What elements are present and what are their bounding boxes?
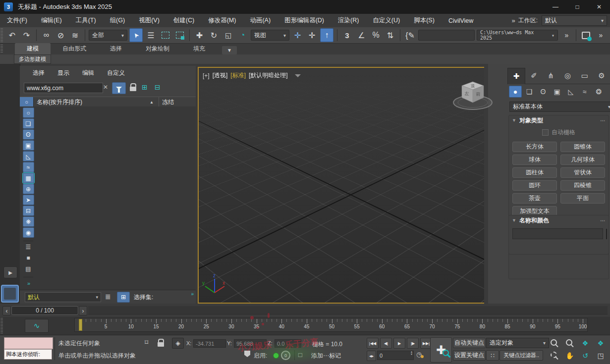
select-by-name-button[interactable]: ☰ bbox=[145, 29, 157, 42]
display-groups-toggle[interactable]: ▦ bbox=[23, 173, 34, 183]
x-coord-field[interactable]: -34.731 bbox=[193, 339, 226, 348]
window-crossing-toggle[interactable] bbox=[173, 29, 186, 42]
zoom-all-button[interactable] bbox=[562, 337, 577, 349]
select-and-manipulate-button[interactable]: ✛ bbox=[306, 29, 318, 42]
category-cameras[interactable]: ▣ bbox=[551, 86, 563, 98]
project-folder-dropdown[interactable]: C:\Users\ww⋯ds Max 2025 bbox=[477, 30, 558, 41]
orbit-button[interactable]: ↺ bbox=[578, 350, 593, 362]
viewport-style-label[interactable]: [标准] bbox=[230, 71, 246, 80]
macro-recorder-pane[interactable] bbox=[4, 337, 53, 349]
column-icon-header[interactable]: ○ bbox=[20, 97, 34, 107]
ribbon-subtab-polygon-modeling[interactable]: 多边形建模 bbox=[14, 54, 51, 64]
menu-overflow-chevron[interactable]: » bbox=[511, 17, 514, 24]
set-keys-button[interactable]: ✚ bbox=[430, 337, 452, 363]
explorer-list-view-button[interactable]: ☰ bbox=[23, 242, 34, 252]
maximize-button[interactable]: □ bbox=[566, 0, 588, 14]
explorer-side-overflow-chevron[interactable]: » bbox=[23, 278, 34, 288]
category-spacewarps[interactable]: ≈ bbox=[578, 86, 591, 98]
menu-file[interactable]: 文件(F) bbox=[0, 14, 34, 27]
category-helpers[interactable]: ◺ bbox=[564, 86, 577, 98]
ribbon-tab-dropdown[interactable]: ▼ bbox=[222, 46, 237, 54]
category-shapes[interactable]: ❏ bbox=[523, 86, 536, 98]
display-spacewarps-toggle[interactable]: ≈ bbox=[23, 162, 34, 172]
explorer-menu-customize[interactable]: 自定义 bbox=[101, 69, 131, 77]
menu-customize[interactable]: 自定义(U) bbox=[366, 14, 407, 27]
autogrid-checkbox[interactable] bbox=[542, 129, 549, 136]
toolbar-overflow-chevron[interactable]: » bbox=[560, 29, 572, 42]
key-filters-button[interactable]: 关键点过滤器.. bbox=[499, 350, 543, 361]
display-containers-toggle[interactable]: ⊟ bbox=[23, 206, 34, 216]
workspace-dropdown[interactable]: 默认 bbox=[542, 15, 607, 26]
pan-view-button[interactable]: ✋ bbox=[562, 350, 577, 362]
menu-graph-editors[interactable]: 图形编辑器(D) bbox=[277, 14, 331, 27]
ribbon-tab-modeling[interactable]: 建模 bbox=[15, 43, 51, 54]
select-and-link-button[interactable]: ∞ bbox=[40, 29, 53, 42]
viewport-shading-label[interactable]: [默认明暗处理] bbox=[249, 71, 288, 80]
adaptive-degradation-shield-icon[interactable] bbox=[244, 351, 250, 357]
unlink-selection-button[interactable]: ⊘ bbox=[55, 29, 67, 42]
spinner-snap-button[interactable]: ⇅ bbox=[384, 29, 396, 42]
sort-ascending-icon[interactable]: ▲ bbox=[150, 100, 156, 104]
button-box[interactable]: 长方体 bbox=[512, 142, 557, 152]
maxscript-mini-listener[interactable]: 脚本迷你侦听: bbox=[4, 349, 52, 360]
explorer-list-area[interactable]: ○❏ʘ▣◺≈▦⊕➤⊟❋◉☰■▤» bbox=[20, 106, 196, 290]
isolate-selection-icon[interactable]: □ bbox=[298, 351, 302, 359]
selection-lock-toggle[interactable] bbox=[158, 339, 164, 347]
frame-spinner[interactable]: ▴▾ bbox=[411, 351, 412, 356]
display-lights-toggle[interactable]: ʘ bbox=[23, 129, 34, 140]
explorer-menu-display[interactable]: 显示 bbox=[52, 69, 75, 77]
menu-modifiers[interactable]: 修改器(M) bbox=[201, 14, 243, 27]
explorer-menu-select[interactable]: 选择 bbox=[27, 69, 51, 77]
layers-icon[interactable]: ≣ bbox=[105, 293, 111, 301]
zoom-extents-all-button[interactable]: ❖ bbox=[593, 337, 608, 349]
edit-named-selection-sets-button[interactable]: {✎ bbox=[404, 29, 416, 42]
minimize-button[interactable]: — bbox=[545, 0, 566, 14]
ribbon-grip[interactable] bbox=[0, 45, 3, 53]
degradation-level-indicator[interactable]: 0 bbox=[281, 351, 290, 360]
viewport-menu-plus[interactable]: [+] bbox=[203, 72, 210, 79]
bind-to-spacewarp-button[interactable]: ≋ bbox=[69, 29, 81, 42]
zoom-extents-selected-button[interactable]: ❖ bbox=[578, 337, 593, 349]
time-configuration-button[interactable]: ◷ bbox=[416, 351, 422, 358]
lock-explorer-icon[interactable] bbox=[130, 83, 136, 91]
ref-coord-dropdown[interactable]: 视图 bbox=[251, 30, 289, 41]
button-cylinder[interactable]: 圆柱体 bbox=[512, 167, 557, 178]
tab-motion[interactable]: ◎ bbox=[559, 68, 576, 84]
docked-panel-thumbnail[interactable] bbox=[1, 285, 19, 303]
time-slider-track[interactable] bbox=[88, 306, 608, 314]
add-time-tag[interactable]: 添加⋯标记 bbox=[311, 352, 341, 360]
goto-start-button[interactable]: |◀◀ bbox=[367, 338, 379, 349]
previous-frame-button[interactable]: ◀| bbox=[380, 338, 392, 349]
select-and-move-button[interactable]: ✚ bbox=[193, 29, 206, 42]
column-frozen-header[interactable]: 冻结 bbox=[159, 97, 196, 107]
close-button[interactable]: ✕ bbox=[588, 0, 610, 14]
filter-button[interactable] bbox=[112, 82, 126, 94]
object-name-field[interactable] bbox=[512, 228, 603, 239]
select-and-rotate-button[interactable]: ↻ bbox=[208, 29, 220, 42]
collapse-hierarchy-button[interactable]: ⊟ bbox=[155, 83, 161, 91]
viewport-pov-label[interactable]: [透视] bbox=[213, 71, 228, 80]
tab-create[interactable]: ✚ bbox=[507, 68, 525, 84]
menu-civilview[interactable]: CivilView bbox=[442, 14, 480, 27]
display-cameras-toggle[interactable]: ▣ bbox=[23, 140, 34, 151]
angle-snap-button[interactable]: ∠ bbox=[355, 29, 368, 42]
named-selection-field[interactable] bbox=[418, 30, 475, 41]
search-input[interactable] bbox=[24, 83, 103, 93]
trackbar-grip[interactable] bbox=[0, 318, 3, 334]
selection-set-dropdown[interactable]: 默认 bbox=[25, 292, 101, 302]
explorer-notes-button[interactable]: ▤ bbox=[23, 263, 34, 274]
absolute-mode-transform-icon[interactable]: ◈ bbox=[172, 338, 184, 349]
toolbar-more-chevron[interactable]: » bbox=[594, 29, 607, 42]
next-frame-arrow[interactable]: › bbox=[79, 306, 87, 315]
category-lights[interactable]: ʘ bbox=[537, 86, 550, 98]
display-xrefs-toggle[interactable]: ⊕ bbox=[23, 184, 34, 194]
menu-scripting[interactable]: 脚本(S) bbox=[407, 14, 442, 27]
snaps-toggle-button[interactable]: 3 bbox=[341, 29, 353, 42]
undo-button[interactable]: ↶ bbox=[6, 29, 18, 42]
menu-tools[interactable]: 工具(T) bbox=[69, 14, 103, 27]
per-view-filter-icon[interactable] bbox=[295, 74, 301, 77]
menu-group[interactable]: 组(G) bbox=[103, 14, 132, 27]
button-sphere[interactable]: 球体 bbox=[512, 155, 557, 165]
menu-views[interactable]: 视图(V) bbox=[132, 14, 166, 27]
name-color-rollout-header[interactable]: ▼ 名称和颜色 ⋯ bbox=[509, 215, 609, 225]
